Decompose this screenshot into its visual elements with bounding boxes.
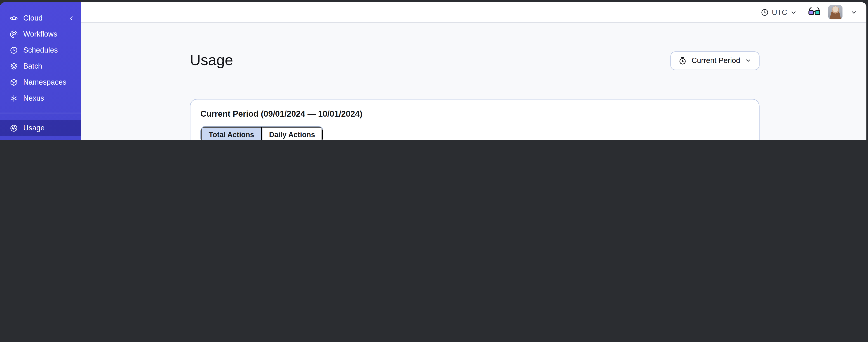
main-column: UTC — [81, 2, 866, 140]
sidebar-item-label: Nexus — [23, 94, 75, 102]
sidebar-item-billing[interactable]: Billing — [0, 136, 81, 140]
content-area: Usage Current Period Current Period (09/… — [81, 23, 866, 139]
sidebar-item-workflows[interactable]: Workflows — [0, 26, 81, 42]
page-header: Usage Current Period — [190, 43, 759, 78]
sidebar-item-batch[interactable]: Batch — [0, 58, 81, 74]
sidebar-item-label: Workflows — [23, 30, 75, 38]
chevron-down-icon — [745, 57, 752, 64]
sidebar-item-label: Cloud — [23, 14, 63, 22]
avatar[interactable] — [828, 5, 843, 20]
timezone-selector[interactable]: UTC — [761, 8, 797, 16]
namespaces-icon — [9, 78, 18, 87]
user-menu-chevron-icon[interactable] — [850, 8, 858, 16]
sidebar-group: CloudWorkflowsSchedulesBatchNamespacesNe… — [0, 2, 81, 113]
tab-total-actions[interactable]: Total Actions — [201, 127, 262, 140]
sidebar-item-label: Batch — [23, 62, 75, 70]
topbar: UTC — [81, 2, 866, 23]
clock-icon — [761, 8, 769, 16]
timezone-label: UTC — [772, 8, 787, 16]
sidebar-item-cloud[interactable]: Cloud — [0, 10, 81, 26]
sidebar-item-label: Namespaces — [23, 78, 75, 86]
sidebar-item-usage[interactable]: Usage — [0, 120, 81, 136]
feedback-button[interactable] — [808, 6, 820, 18]
stopwatch-icon — [678, 56, 687, 65]
period-selector-label: Current Period — [691, 57, 740, 65]
schedules-icon — [9, 45, 18, 55]
app-window: CloudWorkflowsSchedulesBatchNamespacesNe… — [0, 2, 866, 140]
chevron-left-icon[interactable] — [67, 14, 75, 22]
screen: CloudWorkflowsSchedulesBatchNamespacesNe… — [0, 0, 868, 140]
tab-daily-actions[interactable]: Daily Actions — [262, 127, 323, 140]
sidebar-nav: CloudWorkflowsSchedulesBatchNamespacesNe… — [0, 2, 81, 140]
glasses-icon — [808, 6, 820, 18]
batch-icon — [9, 62, 18, 70]
sidebar-item-label: Usage — [23, 124, 75, 132]
page-title: Usage — [190, 53, 233, 68]
workflows-icon — [9, 30, 18, 38]
sidebar-item-label: Schedules — [23, 46, 75, 54]
usage-icon — [9, 124, 18, 132]
chevron-down-icon — [790, 8, 797, 16]
sidebar: CloudWorkflowsSchedulesBatchNamespacesNe… — [0, 2, 81, 140]
period-selector-button[interactable]: Current Period — [671, 51, 760, 70]
sidebar-item-namespaces[interactable]: Namespaces — [0, 74, 81, 90]
sidebar-item-nexus[interactable]: Nexus — [0, 90, 81, 106]
usage-card: Current Period (09/01/2024 — 10/01/2024)… — [190, 99, 759, 140]
sidebar-group: UsageBillingSettings — [0, 113, 81, 140]
nexus-icon — [9, 94, 18, 102]
temporal-logo-icon — [9, 13, 18, 22]
sidebar-item-schedules[interactable]: Schedules — [0, 42, 81, 58]
usage-card-title: Current Period (09/01/2024 — 10/01/2024) — [200, 109, 749, 118]
actions-tab-group: Total ActionsDaily Actions — [200, 126, 323, 140]
